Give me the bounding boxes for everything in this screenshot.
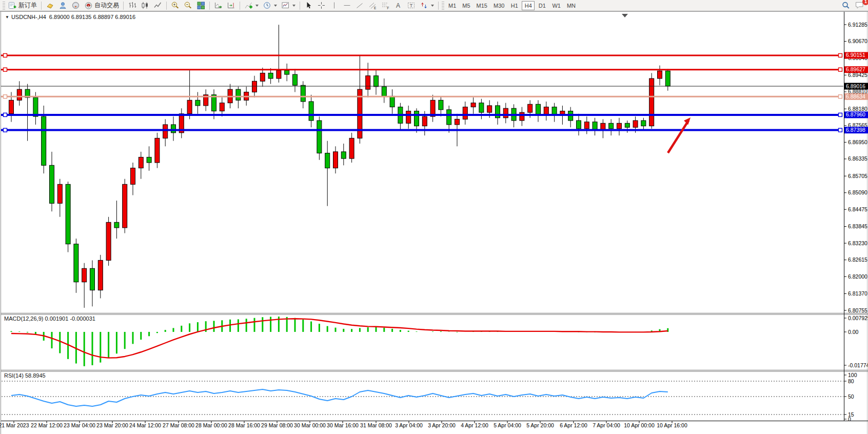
tab-timeframe-h4[interactable]: H4: [522, 1, 535, 10]
bar-chart-icon: [128, 1, 136, 10]
trendline-icon: [356, 1, 364, 10]
price-tick-label: 6.82615: [848, 257, 867, 263]
candle: [106, 217, 111, 266]
toolbar-separator: [209, 2, 210, 10]
price-tick-label: 6.83230: [848, 240, 867, 246]
zoom-out-button[interactable]: [182, 1, 194, 11]
tab-timeframe-d1[interactable]: D1: [536, 1, 548, 10]
rsi-axis-label: 80: [848, 378, 854, 384]
chart-shift-button[interactable]: [225, 1, 238, 11]
price-tick-label: 6.88180: [848, 106, 867, 112]
auto-scroll-button[interactable]: [212, 1, 225, 11]
price-badge: 6.87960: [844, 111, 868, 118]
time-tick-label: 27 Mar 08:00: [163, 422, 194, 428]
zoom-in-button[interactable]: [169, 1, 182, 11]
toolbar-separator: [123, 2, 124, 10]
community-button[interactable]: [56, 1, 69, 11]
templates-button[interactable]: [279, 1, 298, 11]
candle: [649, 73, 654, 128]
tab-timeframe-w1[interactable]: W1: [549, 1, 563, 10]
vertical-line-icon: [330, 1, 339, 10]
chart-title: ▼USDCNH-,H4 6.89000 6.89135 6.88897 6.89…: [5, 14, 135, 20]
price-badge: 6.90151: [844, 52, 868, 58]
trendline-tool-button[interactable]: [353, 1, 366, 11]
equidistant-channel-icon: E: [368, 1, 377, 10]
tile-windows-button[interactable]: [194, 1, 207, 11]
horizontal-line-tool-button[interactable]: [341, 1, 353, 11]
auto-trading-button[interactable]: 自动交易: [82, 1, 121, 11]
price-badge: 6.88634: [844, 93, 868, 100]
crosshair-tool-button[interactable]: [315, 1, 328, 11]
signals-button[interactable]: [69, 1, 82, 11]
svg-text:6.90151: 6.90151: [846, 52, 865, 58]
price-tick-label: 6.83845: [848, 223, 867, 229]
symbol-dropdown-triangle[interactable]: ▼: [5, 15, 9, 19]
zoom-out-icon: [184, 1, 192, 10]
vertical-line-tool-button[interactable]: [328, 1, 341, 11]
arrows-tool-button[interactable]: [418, 1, 436, 11]
channel-tool-button[interactable]: E: [366, 1, 379, 11]
tab-timeframe-m1[interactable]: M1: [446, 1, 459, 10]
signal-icon: [71, 1, 80, 10]
line-handle[interactable]: [839, 68, 842, 71]
time-tick-label: 28 Mar 00:00: [195, 422, 227, 428]
fibonacci-tool-button[interactable]: F: [379, 1, 392, 11]
auto-scroll-icon: [214, 1, 223, 10]
tile-windows-icon: [196, 1, 205, 10]
indicators-button[interactable]: [242, 1, 261, 11]
new-order-icon: [8, 1, 17, 10]
toolbar-grip[interactable]: [442, 2, 444, 10]
notification-badge[interactable]: 1: [862, 0, 868, 5]
tab-timeframe-m5[interactable]: M5: [460, 1, 472, 10]
line-handle[interactable]: [839, 113, 842, 116]
new-order-button[interactable]: 新订单: [6, 1, 39, 11]
tab-timeframe-m30[interactable]: M30: [491, 1, 507, 10]
tab-timeframe-m15[interactable]: M15: [474, 1, 490, 10]
line-handle[interactable]: [4, 53, 7, 57]
line-handle[interactable]: [839, 53, 842, 57]
chevron-down-icon: [292, 5, 295, 7]
text-label-tool-button[interactable]: T: [405, 1, 418, 11]
price-tick-label: 6.82000: [848, 273, 867, 280]
auto-trading-label: 自动交易: [94, 1, 119, 10]
svg-text:6.89627: 6.89627: [846, 66, 865, 72]
crosshair-icon: [317, 1, 326, 10]
line-handle[interactable]: [4, 68, 7, 71]
candlestick-type-button[interactable]: [139, 1, 151, 11]
time-tick-label: 28 Mar 16:00: [228, 422, 260, 428]
deposit-button[interactable]: [44, 1, 56, 11]
line-handle[interactable]: [839, 95, 842, 98]
periods-button[interactable]: [261, 1, 279, 11]
time-tick-label: 7 Apr 04:00: [593, 422, 620, 428]
price-tick-label: 6.85090: [848, 189, 867, 195]
text-tool-button[interactable]: A: [392, 1, 405, 11]
time-axis[interactable]: 21 Mar 202322 Mar 12:0023 Mar 04:0023 Ma…: [0, 421, 687, 428]
price-badge: 6.87398: [844, 127, 868, 133]
toolbar: 新订单 自动交易: [0, 0, 868, 11]
toolbar-separator: [166, 2, 167, 10]
line-handle[interactable]: [4, 95, 7, 98]
macd-axis-label: 0.00: [848, 329, 859, 335]
svg-text:E: E: [374, 6, 377, 10]
toolbar-grip[interactable]: [3, 2, 5, 10]
chart-canvas[interactable]: 6.912856.906706.900406.894256.888106.881…: [0, 0, 868, 434]
time-tick-label: 4 Apr 12:00: [461, 422, 488, 428]
candle: [66, 182, 70, 252]
price-badge: 6.89627: [844, 66, 868, 73]
line-handle[interactable]: [839, 128, 842, 132]
line-chart-type-button[interactable]: [151, 1, 164, 11]
cursor-tool-button[interactable]: [302, 1, 315, 11]
line-handle[interactable]: [4, 113, 7, 116]
tab-timeframe-h1[interactable]: H1: [508, 1, 521, 10]
line-handle[interactable]: [4, 128, 7, 132]
timeframe-group: M1M5M15M30H1H4D1W1MN: [445, 1, 579, 10]
search-icon: [841, 1, 851, 10]
time-tick-label: 3 Apr 04:00: [395, 422, 423, 428]
tab-timeframe-mn[interactable]: MN: [564, 1, 578, 10]
chart-title-text: USDCNH-,H4 6.89000 6.89135 6.88897 6.890…: [11, 14, 135, 20]
time-tick-label: 22 Mar 12:00: [31, 422, 63, 428]
search-button[interactable]: [839, 1, 853, 11]
time-tick-label: 31 Mar 08:00: [360, 422, 392, 428]
rsi-axis-label: 50: [848, 393, 854, 400]
bar-chart-type-button[interactable]: [126, 1, 139, 11]
